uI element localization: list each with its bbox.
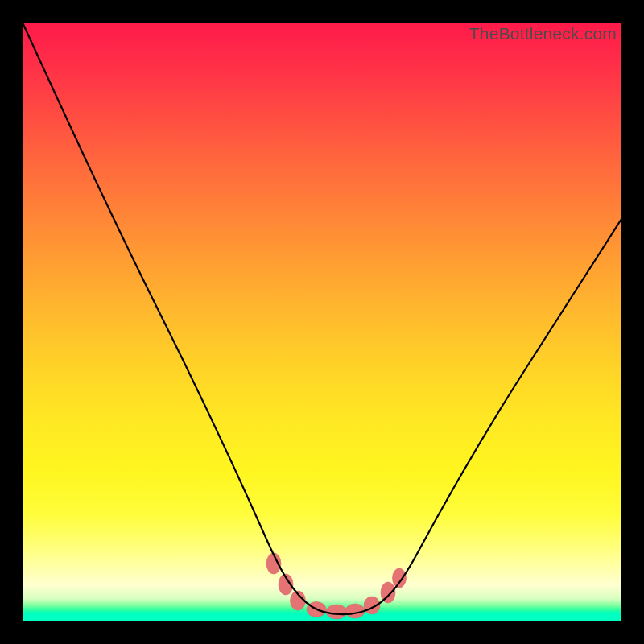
watermark-text: TheBottleneck.com	[469, 24, 617, 43]
curve-marker	[393, 568, 407, 588]
bottleneck-curve	[23, 23, 621, 621]
curve-marker	[326, 605, 347, 619]
plot-area	[23, 23, 621, 621]
outer-frame: TheBottleneck.com	[0, 0, 644, 644]
curve-path	[23, 23, 621, 614]
marker-group	[266, 553, 407, 619]
